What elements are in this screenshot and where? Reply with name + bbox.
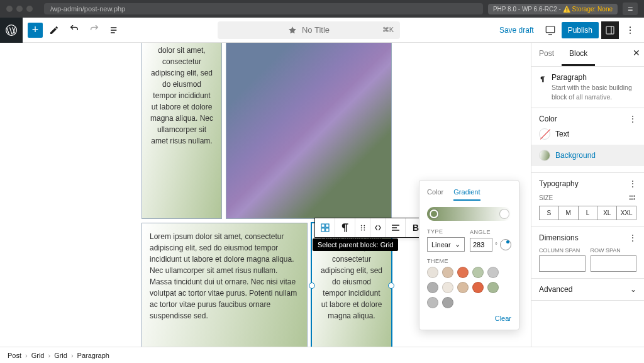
size-button-s[interactable]: S (540, 206, 559, 220)
preview-button[interactable] (541, 21, 559, 39)
keyboard-shortcut: ⌘K (382, 26, 394, 34)
color-section-title: Color (539, 114, 557, 123)
undo-button[interactable] (65, 21, 83, 39)
drag-handle[interactable] (355, 218, 370, 237)
resize-handle-left[interactable] (309, 282, 315, 289)
theme-swatch[interactable] (442, 267, 453, 278)
options-button[interactable] (621, 21, 639, 39)
theme-swatch[interactable] (442, 282, 453, 293)
settings-sidebar: Post Block ✕ Paragraph Start with the ba… (531, 43, 644, 347)
publish-button[interactable]: Publish (562, 22, 599, 38)
resize-handle-right[interactable] (388, 282, 394, 289)
minimize-window[interactable] (16, 6, 23, 12)
document-overview-button[interactable] (106, 21, 123, 39)
size-button-l[interactable]: L (579, 206, 598, 220)
svg-point-10 (360, 225, 362, 226)
svg-rect-9 (325, 228, 328, 232)
gradient-stop-end[interactable] (500, 209, 509, 218)
clear-button[interactable]: Clear (427, 315, 511, 322)
browser-chrome: /wp-admin/post-new.php PHP 8.0 - WP 6.6-… (0, 0, 644, 18)
dimensions-options-menu[interactable]: ⋮ (629, 233, 636, 242)
svg-rect-6 (321, 224, 325, 227)
menu-icon[interactable]: ≡ (623, 3, 638, 15)
svg-point-15 (364, 230, 365, 231)
dimensions-section-title: Dimensions (539, 233, 579, 242)
size-settings-icon[interactable] (628, 193, 636, 202)
post-tab[interactable]: Post (531, 43, 562, 66)
typography-section-title: Typography (539, 179, 579, 188)
gradient-stop-start[interactable] (430, 209, 438, 218)
block-name: Paragraph (552, 73, 636, 82)
grid-cell-text[interactable]: Lorem ipsum dolor sit amet, consectetur … (142, 223, 308, 347)
maximize-window[interactable] (26, 6, 33, 12)
theme-swatch[interactable] (442, 297, 453, 308)
text-color-row[interactable]: Text (539, 123, 636, 145)
save-draft-button[interactable]: Save draft (494, 26, 539, 35)
close-window[interactable] (6, 6, 13, 12)
column-span-input[interactable] (539, 255, 586, 272)
add-block-button[interactable]: + (28, 23, 43, 38)
angle-input[interactable] (470, 238, 492, 252)
theme-swatches (427, 267, 511, 308)
edit-mode-button[interactable] (45, 21, 63, 39)
grid-cell-image[interactable] (226, 43, 392, 219)
advanced-section-title: Advanced (539, 285, 572, 294)
paragraph-icon (539, 73, 547, 86)
block-tab[interactable]: Block (562, 43, 595, 66)
command-icon (288, 26, 297, 35)
block-description: Start with the basic building block of a… (552, 83, 636, 101)
gradient-popover: Color Gradient TYPE Linear⌄ ANGLE (419, 180, 519, 330)
url-bar[interactable]: /wp-admin/post-new.php (44, 3, 483, 14)
align-button[interactable] (386, 218, 406, 237)
paragraph-block-icon[interactable] (335, 218, 355, 237)
color-options-menu[interactable]: ⋮ (629, 114, 636, 123)
svg-point-5 (630, 32, 631, 33)
gradient-bar[interactable] (427, 207, 511, 221)
theme-swatch[interactable] (472, 267, 484, 278)
size-button-xxl[interactable]: XXL (617, 206, 636, 220)
angle-dial[interactable] (500, 239, 511, 250)
typography-options-menu[interactable]: ⋮ (629, 179, 636, 188)
size-button-m[interactable]: M (559, 206, 579, 220)
background-color-swatch (539, 150, 550, 161)
breadcrumb-item[interactable]: Grid (31, 352, 45, 359)
breadcrumb-item[interactable]: Paragraph (77, 352, 109, 359)
redo-button[interactable] (86, 21, 103, 39)
svg-rect-1 (546, 26, 555, 33)
wordpress-logo[interactable] (0, 18, 23, 43)
image-placeholder (226, 43, 391, 218)
theme-swatch[interactable] (427, 297, 438, 308)
svg-point-4 (630, 30, 631, 31)
move-buttons[interactable] (370, 218, 386, 237)
text-color-swatch (539, 128, 550, 140)
theme-swatch[interactable] (457, 267, 469, 278)
editor-topbar: + No Title ⌘K Save draft Publish (0, 18, 644, 43)
theme-swatch[interactable] (487, 282, 499, 293)
breadcrumb-item[interactable]: Grid (54, 352, 67, 359)
column-span-label: COLUMN SPAN (539, 247, 586, 254)
breadcrumb-item[interactable]: Post (8, 352, 21, 359)
gradient-tab[interactable]: Gradient (453, 188, 480, 201)
svg-point-11 (360, 227, 362, 228)
theme-swatch[interactable] (427, 267, 438, 278)
theme-swatch[interactable] (427, 282, 438, 293)
close-sidebar-button[interactable]: ✕ (633, 48, 640, 58)
svg-rect-2 (606, 26, 614, 34)
row-span-input[interactable] (591, 255, 637, 272)
size-label: SIZE (539, 194, 553, 201)
theme-swatch[interactable] (472, 282, 484, 293)
chevron-down-icon[interactable]: ⌄ (630, 285, 636, 294)
document-title-bar[interactable]: No Title ⌘K (218, 21, 400, 39)
theme-swatch[interactable] (457, 282, 469, 293)
settings-sidebar-toggle[interactable] (601, 21, 619, 39)
editor-canvas[interactable]: dolor sit amet, consectetur adipiscing e… (0, 43, 531, 347)
select-parent-button[interactable] (315, 218, 335, 237)
svg-point-14 (364, 227, 365, 228)
grid-cell-text[interactable]: dolor sit amet, consectetur adipiscing e… (142, 43, 222, 219)
gradient-type-select[interactable]: Linear⌄ (427, 237, 465, 252)
background-color-row[interactable]: Background (531, 145, 644, 166)
size-button-xl[interactable]: XL (597, 206, 617, 220)
window-controls (6, 6, 33, 12)
theme-swatch[interactable] (487, 267, 499, 278)
color-tab[interactable]: Color (427, 188, 443, 201)
